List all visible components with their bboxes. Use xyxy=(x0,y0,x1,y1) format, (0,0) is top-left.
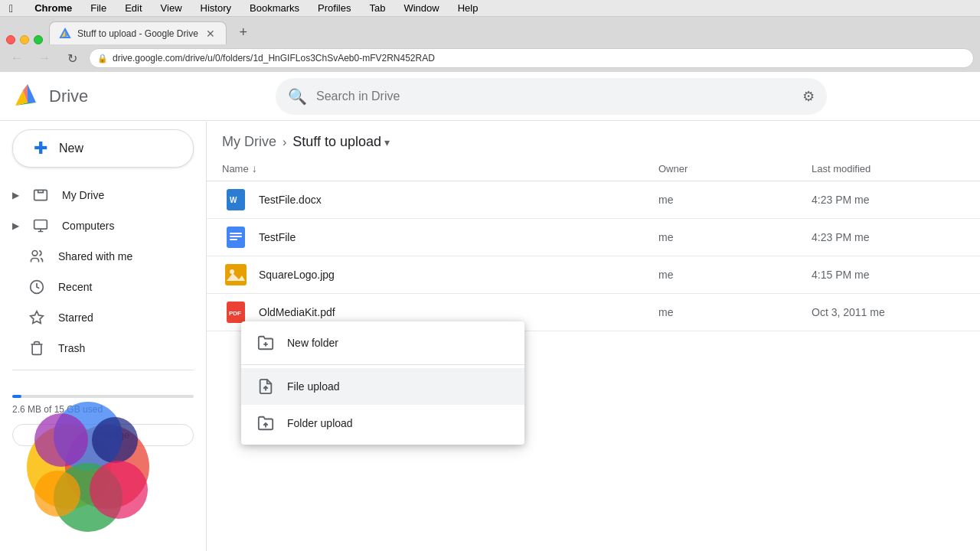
svg-rect-11 xyxy=(34,220,47,230)
breadcrumb-separator: › xyxy=(283,135,286,149)
file-owner: me xyxy=(658,306,812,318)
refresh-button[interactable]: ↻ xyxy=(61,47,83,69)
tab-favicon xyxy=(59,28,71,40)
tab-close-button[interactable]: ✕ xyxy=(204,28,217,40)
file-icon-word: W xyxy=(222,186,250,214)
address-bar-row: ← → ↻ 🔒 drive.google.com/drive/u/0/folde… xyxy=(0,44,980,72)
context-menu-divider xyxy=(241,364,524,365)
shared-icon xyxy=(28,247,46,266)
file-modified: 4:23 PM me xyxy=(812,194,965,206)
traffic-lights xyxy=(6,35,43,44)
folder-upload-icon xyxy=(256,414,275,432)
breadcrumb-current: Stuff to upload ▾ xyxy=(292,134,390,150)
search-bar[interactable]: 🔍 ⚙ xyxy=(276,78,827,115)
new-button-label: New xyxy=(59,142,83,155)
context-menu-item-file-upload[interactable]: File upload xyxy=(241,368,524,405)
table-row[interactable]: TestFile me 4:23 PM me xyxy=(207,219,980,256)
file-name: OldMediaKit.pdf xyxy=(259,306,658,318)
file-name: TestFile xyxy=(259,231,658,243)
expand-icon: ▶ xyxy=(12,220,19,231)
menu-profiles[interactable]: Profiles xyxy=(315,2,354,15)
apple-menu[interactable]:  xyxy=(6,2,16,15)
column-modified: Last modified xyxy=(812,163,965,174)
context-menu-item-label: File upload xyxy=(287,380,340,393)
drive-app: Drive 🔍 ⚙ ✚ New ▶ My xyxy=(0,73,980,551)
sidebar-item-recent[interactable]: Recent xyxy=(0,272,200,302)
sidebar-item-my-drive[interactable]: ▶ My Drive xyxy=(0,180,200,210)
context-menu-item-new-folder[interactable]: New folder xyxy=(241,324,524,361)
search-input[interactable] xyxy=(316,90,793,103)
browser-tab[interactable]: Stuff to upload - Google Drive ✕ xyxy=(49,21,227,44)
sidebar-item-trash[interactable]: Trash xyxy=(0,333,200,364)
address-bar[interactable]: 🔒 drive.google.com/drive/u/0/folders/1d_… xyxy=(89,48,974,68)
context-menu-item-label: Folder upload xyxy=(287,417,353,429)
sidebar-item-label: Shared with me xyxy=(58,250,132,262)
svg-marker-14 xyxy=(31,311,44,324)
file-icon-docs xyxy=(222,223,250,251)
svg-point-12 xyxy=(32,251,38,256)
forward-button[interactable]: → xyxy=(34,47,55,69)
sidebar-item-label: Computers xyxy=(62,220,114,232)
file-owner: me xyxy=(658,231,812,243)
menu-bookmarks[interactable]: Bookmarks xyxy=(247,2,302,15)
sidebar-divider xyxy=(12,370,194,370)
buy-storage-button[interactable]: Buy storage xyxy=(12,424,194,446)
column-owner: Owner xyxy=(658,163,812,174)
storage-bar xyxy=(12,395,194,398)
svg-rect-21 xyxy=(225,264,247,285)
breadcrumb: My Drive › Stuff to upload ▾ xyxy=(207,122,980,156)
back-button[interactable]: ← xyxy=(6,47,28,69)
svg-rect-20 xyxy=(230,239,237,240)
maximize-button[interactable] xyxy=(34,35,43,44)
my-drive-icon xyxy=(31,186,50,204)
tab-bar: Stuff to upload - Google Drive ✕ + xyxy=(0,17,980,44)
drive-logo-text: Drive xyxy=(49,86,88,106)
menu-chrome[interactable]: Chrome xyxy=(31,2,75,15)
file-modified: 4:23 PM me xyxy=(812,231,965,243)
table-row[interactable]: SquareLogo.jpg me 4:15 PM me xyxy=(207,256,980,294)
sidebar-item-starred[interactable]: Starred xyxy=(0,302,200,333)
menu-tab[interactable]: Tab xyxy=(366,2,388,15)
menu-help[interactable]: Help xyxy=(455,2,482,15)
drive-logo-icon xyxy=(12,81,43,112)
table-row[interactable]: W TestFile.docx me 4:23 PM me xyxy=(207,181,980,219)
svg-marker-6 xyxy=(28,84,36,103)
context-menu-item-folder-upload[interactable]: Folder upload xyxy=(241,405,524,442)
svg-rect-18 xyxy=(230,233,242,234)
new-button[interactable]: ✚ New xyxy=(12,129,194,168)
storage-text: 2.6 MB of 15 GB used xyxy=(12,404,194,415)
file-modified: 4:15 PM me xyxy=(812,269,965,281)
close-button[interactable] xyxy=(6,35,15,44)
sidebar-item-label: Recent xyxy=(58,281,92,293)
context-menu-item-label: New folder xyxy=(287,337,338,349)
new-tab-button[interactable]: + xyxy=(233,21,254,43)
tab-title: Stuff to upload - Google Drive xyxy=(77,28,198,39)
file-owner: me xyxy=(658,194,812,206)
breadcrumb-dropdown-icon[interactable]: ▾ xyxy=(384,136,390,148)
menu-window[interactable]: Window xyxy=(400,2,442,15)
drive-logo-link[interactable]: Drive xyxy=(12,81,165,112)
file-modified: Oct 3, 2011 me xyxy=(812,306,965,318)
context-menu: New folder File upload Folder upload xyxy=(241,321,524,445)
file-name: SquareLogo.jpg xyxy=(259,269,658,281)
sidebar: ✚ New ▶ My Drive ▶ Computers xyxy=(0,122,207,551)
breadcrumb-current-text: Stuff to upload xyxy=(292,134,381,150)
menu-history[interactable]: History xyxy=(198,2,234,15)
menu-edit[interactable]: Edit xyxy=(122,2,145,15)
menu-view[interactable]: View xyxy=(158,2,185,15)
sidebar-item-computers[interactable]: ▶ Computers xyxy=(0,210,200,241)
expand-icon: ▶ xyxy=(12,190,19,201)
drive-header: Drive 🔍 ⚙ xyxy=(0,72,980,121)
search-options-icon[interactable]: ⚙ xyxy=(802,88,815,105)
search-icon: 🔍 xyxy=(288,87,307,106)
menu-file[interactable]: File xyxy=(87,2,109,15)
svg-point-22 xyxy=(230,269,234,274)
minimize-button[interactable] xyxy=(20,35,29,44)
sidebar-item-label: Starred xyxy=(58,311,93,324)
file-list-header: Name ↓ Owner Last modified xyxy=(207,156,980,181)
column-name[interactable]: Name ↓ xyxy=(222,162,658,174)
breadcrumb-parent[interactable]: My Drive xyxy=(222,134,276,150)
sidebar-item-shared[interactable]: Shared with me xyxy=(0,241,200,272)
storage-section: 2.6 MB of 15 GB used Buy storage xyxy=(0,377,206,458)
url-text: drive.google.com/drive/u/0/folders/1d_Hn… xyxy=(113,53,965,64)
